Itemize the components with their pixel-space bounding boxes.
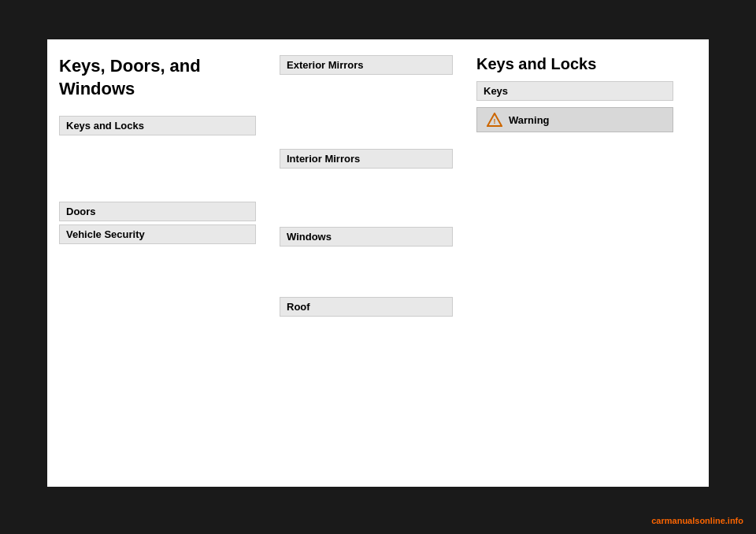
keys-sub-header[interactable]: Keys	[476, 81, 673, 101]
column-2: Exterior Mirrors Interior Mirrors Window…	[268, 39, 465, 487]
svg-text:!: !	[494, 117, 496, 125]
col3-title: Keys and Locks	[476, 55, 673, 73]
interior-mirrors-header[interactable]: Interior Mirrors	[280, 149, 453, 169]
col2-spacer2	[280, 172, 453, 227]
warning-triangle-icon: !	[487, 113, 502, 127]
col2-spacer3	[280, 250, 453, 297]
keys-and-locks-header[interactable]: Keys and Locks	[59, 116, 256, 135]
col1-spacer1	[59, 139, 256, 202]
exterior-mirrors-header[interactable]: Exterior Mirrors	[280, 55, 453, 75]
col2-spacer1	[280, 78, 453, 149]
doors-header[interactable]: Doors	[59, 202, 256, 221]
roof-header[interactable]: Roof	[280, 297, 453, 317]
warning-box: ! Warning	[476, 107, 673, 132]
warning-label: Warning	[509, 114, 550, 126]
main-title: Keys, Doors, and Windows	[59, 55, 256, 100]
windows-header[interactable]: Windows	[280, 227, 453, 247]
watermark: carmanualsonline.info	[647, 514, 748, 528]
column-3: Keys and Locks Keys ! Warning	[465, 39, 685, 487]
vehicle-security-header[interactable]: Vehicle Security	[59, 224, 256, 244]
column-1: Keys, Doors, and Windows Keys and Locks …	[47, 39, 268, 487]
